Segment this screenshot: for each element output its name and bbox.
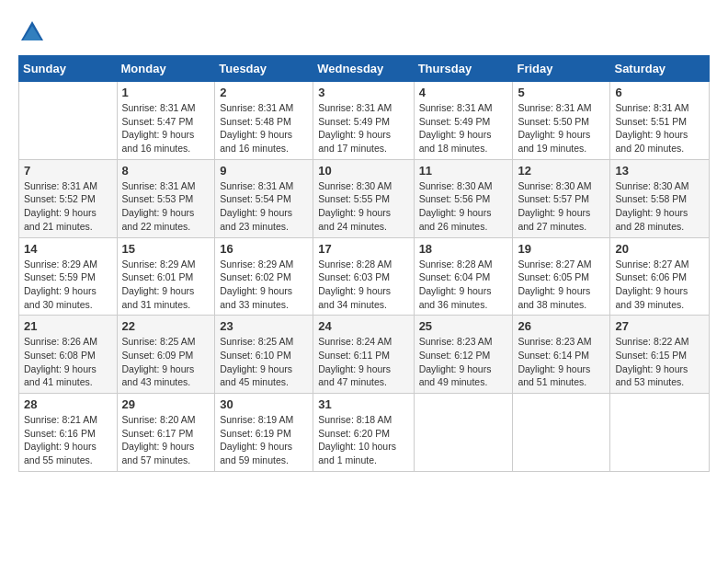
day-info: Sunrise: 8:28 AM Sunset: 6:04 PM Dayligh… xyxy=(419,258,508,312)
day-header-friday: Friday xyxy=(513,56,610,82)
day-number: 6 xyxy=(615,86,704,99)
calendar-week-row: 1Sunrise: 8:31 AM Sunset: 5:47 PM Daylig… xyxy=(19,82,710,160)
day-info: Sunrise: 8:24 AM Sunset: 6:11 PM Dayligh… xyxy=(318,335,408,389)
day-info: Sunrise: 8:21 AM Sunset: 6:16 PM Dayligh… xyxy=(24,413,112,467)
day-number: 3 xyxy=(318,86,408,99)
day-number: 7 xyxy=(24,164,112,178)
day-info: Sunrise: 8:23 AM Sunset: 6:12 PM Dayligh… xyxy=(419,335,508,389)
day-info: Sunrise: 8:31 AM Sunset: 5:49 PM Dayligh… xyxy=(419,101,508,155)
calendar-cell: 12Sunrise: 8:30 AM Sunset: 5:57 PM Dayli… xyxy=(513,159,610,237)
day-header-wednesday: Wednesday xyxy=(313,56,414,82)
day-number: 5 xyxy=(518,86,605,99)
day-number: 11 xyxy=(419,164,508,178)
day-info: Sunrise: 8:31 AM Sunset: 5:53 PM Dayligh… xyxy=(122,179,210,234)
day-info: Sunrise: 8:26 AM Sunset: 6:08 PM Dayligh… xyxy=(24,335,112,389)
calendar-cell: 24Sunrise: 8:24 AM Sunset: 6:11 PM Dayli… xyxy=(313,316,414,394)
calendar-cell: 20Sunrise: 8:27 AM Sunset: 6:06 PM Dayli… xyxy=(610,237,710,316)
calendar-cell: 11Sunrise: 8:30 AM Sunset: 5:56 PM Dayli… xyxy=(414,159,513,237)
day-number: 15 xyxy=(122,242,210,256)
day-header-thursday: Thursday xyxy=(414,56,513,82)
day-info: Sunrise: 8:31 AM Sunset: 5:51 PM Dayligh… xyxy=(615,101,704,155)
day-number: 14 xyxy=(24,242,112,256)
day-number: 20 xyxy=(615,242,704,256)
calendar-cell: 14Sunrise: 8:29 AM Sunset: 5:59 PM Dayli… xyxy=(19,237,118,316)
day-header-tuesday: Tuesday xyxy=(215,56,313,82)
day-number: 26 xyxy=(518,319,605,333)
calendar-week-row: 28Sunrise: 8:21 AM Sunset: 6:16 PM Dayli… xyxy=(19,394,710,472)
day-number: 27 xyxy=(615,319,704,333)
calendar-cell: 19Sunrise: 8:27 AM Sunset: 6:05 PM Dayli… xyxy=(513,237,610,316)
day-info: Sunrise: 8:25 AM Sunset: 6:09 PM Dayligh… xyxy=(122,335,210,389)
page-header xyxy=(18,18,710,46)
calendar-cell: 16Sunrise: 8:29 AM Sunset: 6:02 PM Dayli… xyxy=(215,237,313,316)
day-info: Sunrise: 8:31 AM Sunset: 5:52 PM Dayligh… xyxy=(24,179,112,234)
calendar-cell: 26Sunrise: 8:23 AM Sunset: 6:14 PM Dayli… xyxy=(513,316,610,394)
calendar-cell xyxy=(513,394,610,472)
calendar-week-row: 7Sunrise: 8:31 AM Sunset: 5:52 PM Daylig… xyxy=(19,159,710,237)
calendar-cell xyxy=(414,394,513,472)
day-info: Sunrise: 8:30 AM Sunset: 5:58 PM Dayligh… xyxy=(615,179,704,234)
day-info: Sunrise: 8:19 AM Sunset: 6:19 PM Dayligh… xyxy=(220,413,308,467)
day-number: 16 xyxy=(220,242,308,256)
day-info: Sunrise: 8:31 AM Sunset: 5:47 PM Dayligh… xyxy=(122,101,210,155)
logo xyxy=(18,18,48,46)
day-info: Sunrise: 8:29 AM Sunset: 5:59 PM Dayligh… xyxy=(24,258,112,312)
calendar-cell: 27Sunrise: 8:22 AM Sunset: 6:15 PM Dayli… xyxy=(610,316,710,394)
day-number: 19 xyxy=(518,242,605,256)
day-info: Sunrise: 8:18 AM Sunset: 6:20 PM Dayligh… xyxy=(318,413,408,467)
calendar-header-row: SundayMondayTuesdayWednesdayThursdayFrid… xyxy=(19,56,710,82)
day-info: Sunrise: 8:29 AM Sunset: 6:01 PM Dayligh… xyxy=(122,258,210,312)
calendar-table: SundayMondayTuesdayWednesdayThursdayFrid… xyxy=(18,55,710,472)
day-number: 8 xyxy=(122,164,210,178)
calendar-cell: 1Sunrise: 8:31 AM Sunset: 5:47 PM Daylig… xyxy=(117,82,215,160)
day-number: 21 xyxy=(24,319,112,333)
day-header-saturday: Saturday xyxy=(610,56,710,82)
day-info: Sunrise: 8:22 AM Sunset: 6:15 PM Dayligh… xyxy=(615,335,704,389)
day-info: Sunrise: 8:29 AM Sunset: 6:02 PM Dayligh… xyxy=(220,258,308,312)
day-number: 18 xyxy=(419,242,508,256)
day-number: 23 xyxy=(220,319,308,333)
calendar-cell: 17Sunrise: 8:28 AM Sunset: 6:03 PM Dayli… xyxy=(313,237,414,316)
calendar-cell: 4Sunrise: 8:31 AM Sunset: 5:49 PM Daylig… xyxy=(414,82,513,160)
calendar-week-row: 14Sunrise: 8:29 AM Sunset: 5:59 PM Dayli… xyxy=(19,237,710,316)
day-number: 13 xyxy=(615,164,704,178)
day-info: Sunrise: 8:30 AM Sunset: 5:55 PM Dayligh… xyxy=(318,179,408,234)
day-number: 12 xyxy=(518,164,605,178)
day-number: 22 xyxy=(122,319,210,333)
day-header-sunday: Sunday xyxy=(19,56,118,82)
day-info: Sunrise: 8:31 AM Sunset: 5:50 PM Dayligh… xyxy=(518,101,605,155)
calendar-cell: 22Sunrise: 8:25 AM Sunset: 6:09 PM Dayli… xyxy=(117,316,215,394)
calendar-cell: 30Sunrise: 8:19 AM Sunset: 6:19 PM Dayli… xyxy=(215,394,313,472)
day-number: 25 xyxy=(419,319,508,333)
day-info: Sunrise: 8:30 AM Sunset: 5:57 PM Dayligh… xyxy=(518,179,605,234)
calendar-cell: 29Sunrise: 8:20 AM Sunset: 6:17 PM Dayli… xyxy=(117,394,215,472)
calendar-cell: 15Sunrise: 8:29 AM Sunset: 6:01 PM Dayli… xyxy=(117,237,215,316)
calendar-cell xyxy=(19,82,118,160)
day-number: 24 xyxy=(318,319,408,333)
day-number: 28 xyxy=(24,397,112,411)
day-info: Sunrise: 8:27 AM Sunset: 6:05 PM Dayligh… xyxy=(518,258,605,312)
day-info: Sunrise: 8:31 AM Sunset: 5:48 PM Dayligh… xyxy=(220,101,308,155)
day-number: 1 xyxy=(122,86,210,99)
calendar-cell: 7Sunrise: 8:31 AM Sunset: 5:52 PM Daylig… xyxy=(19,159,118,237)
day-number: 30 xyxy=(220,397,308,411)
calendar-cell: 28Sunrise: 8:21 AM Sunset: 6:16 PM Dayli… xyxy=(19,394,118,472)
calendar-cell: 21Sunrise: 8:26 AM Sunset: 6:08 PM Dayli… xyxy=(19,316,118,394)
day-number: 2 xyxy=(220,86,308,99)
logo-icon xyxy=(18,18,46,46)
day-info: Sunrise: 8:25 AM Sunset: 6:10 PM Dayligh… xyxy=(220,335,308,389)
day-number: 29 xyxy=(122,397,210,411)
day-number: 4 xyxy=(419,86,508,99)
calendar-cell: 9Sunrise: 8:31 AM Sunset: 5:54 PM Daylig… xyxy=(215,159,313,237)
day-info: Sunrise: 8:27 AM Sunset: 6:06 PM Dayligh… xyxy=(615,258,704,312)
calendar-cell: 8Sunrise: 8:31 AM Sunset: 5:53 PM Daylig… xyxy=(117,159,215,237)
day-number: 10 xyxy=(318,164,408,178)
day-number: 9 xyxy=(220,164,308,178)
calendar-cell: 5Sunrise: 8:31 AM Sunset: 5:50 PM Daylig… xyxy=(513,82,610,160)
calendar-cell: 13Sunrise: 8:30 AM Sunset: 5:58 PM Dayli… xyxy=(610,159,710,237)
calendar-cell: 2Sunrise: 8:31 AM Sunset: 5:48 PM Daylig… xyxy=(215,82,313,160)
day-info: Sunrise: 8:30 AM Sunset: 5:56 PM Dayligh… xyxy=(419,179,508,234)
day-info: Sunrise: 8:31 AM Sunset: 5:49 PM Dayligh… xyxy=(318,101,408,155)
day-info: Sunrise: 8:31 AM Sunset: 5:54 PM Dayligh… xyxy=(220,179,308,234)
calendar-cell: 18Sunrise: 8:28 AM Sunset: 6:04 PM Dayli… xyxy=(414,237,513,316)
